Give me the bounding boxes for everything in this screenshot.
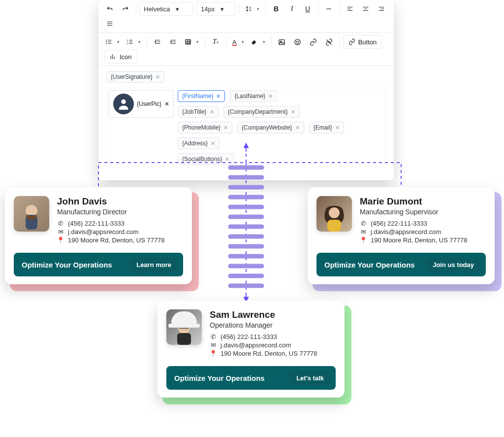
close-icon[interactable]: ✕ bbox=[164, 101, 169, 107]
close-icon[interactable]: ✕ bbox=[335, 125, 340, 131]
emoji-icon[interactable] bbox=[290, 35, 305, 49]
font-family-dropdown[interactable]: Helvetica ▾ bbox=[139, 2, 193, 16]
close-icon[interactable]: ✕ bbox=[216, 93, 220, 100]
font-size-dropdown[interactable]: 14px ▾ bbox=[196, 2, 236, 16]
email-icon: ✉ bbox=[360, 228, 367, 235]
person-name: Marie Dumont bbox=[360, 196, 468, 207]
chart-icon bbox=[110, 53, 117, 60]
token-last-name[interactable]: {LastName} ✕ bbox=[230, 90, 277, 102]
close-icon[interactable]: ✕ bbox=[223, 125, 228, 131]
insert-icon-button[interactable]: Icon bbox=[104, 50, 137, 64]
svg-point-2 bbox=[106, 43, 107, 44]
insert-button-label: Button bbox=[358, 38, 377, 46]
token-company-department[interactable]: {CompanyDepartment}✕ bbox=[223, 106, 300, 118]
phone-icon: ✆ bbox=[210, 333, 217, 340]
text-color-button[interactable]: A ▾ bbox=[229, 35, 247, 49]
token-phone-mobile[interactable]: {PhoneMobile}✕ bbox=[178, 122, 232, 134]
separator bbox=[147, 37, 147, 47]
italic-icon[interactable]: I bbox=[284, 2, 299, 16]
cta-banner: Optimize Your Operations Let's talk bbox=[166, 366, 336, 390]
signature-card-john: John Davis Manufacturing Director ✆(456)… bbox=[5, 187, 192, 284]
outdent-icon[interactable] bbox=[150, 35, 165, 49]
toolbar-row-1: Helvetica ▾ 14px ▾ ▾ B I U bbox=[98, 0, 394, 33]
token-label: {LastName} bbox=[234, 93, 265, 100]
token-label: {JobTitle} bbox=[182, 108, 207, 115]
separator bbox=[271, 37, 272, 47]
font-family-value: Helvetica bbox=[144, 5, 170, 13]
token-label: {PhoneMobile} bbox=[182, 124, 220, 131]
token-company-website[interactable]: {CompanyWebsite}✕ bbox=[237, 122, 304, 134]
token-label: {UserSignature} bbox=[111, 73, 153, 80]
person-phone: (456) 222-111-3333 bbox=[220, 333, 277, 340]
insert-icon-label: Icon bbox=[120, 53, 132, 61]
token-label: {Email} bbox=[314, 124, 332, 131]
close-icon[interactable]: ✕ bbox=[268, 93, 273, 100]
token-social-buttons[interactable]: {SocialButtons}✕ bbox=[178, 153, 234, 165]
avatar bbox=[14, 196, 49, 232]
cta-banner: Optimize Your Operations Learn more bbox=[14, 253, 183, 276]
cta-button[interactable]: Join us today bbox=[425, 257, 482, 272]
cta-button[interactable]: Learn more bbox=[128, 257, 179, 272]
separator bbox=[136, 4, 136, 14]
close-icon[interactable]: ✕ bbox=[225, 156, 229, 163]
signature-card: Marie Dumont Manufacturing Supervisor ✆(… bbox=[308, 187, 495, 284]
indent-icon[interactable] bbox=[166, 35, 181, 49]
cta-text: Optimize Your Operations bbox=[324, 261, 415, 269]
svg-point-1 bbox=[106, 41, 107, 42]
highlight-color-button[interactable]: ▾ bbox=[248, 35, 268, 49]
close-icon[interactable]: ✕ bbox=[210, 109, 214, 115]
close-icon[interactable]: ✕ bbox=[211, 140, 215, 147]
cta-button[interactable]: Let's talk bbox=[288, 370, 332, 386]
person-info: Sam Lawrence Operations Manager ✆(456) 2… bbox=[210, 309, 317, 358]
token-user-signature[interactable]: {UserSignature} ✕ bbox=[106, 71, 164, 83]
underline-icon[interactable]: U bbox=[300, 2, 315, 16]
insert-button-button[interactable]: Button bbox=[343, 35, 382, 49]
token-first-name[interactable]: {FirstName} ✕ bbox=[178, 90, 225, 102]
svg-text:3: 3 bbox=[127, 42, 128, 45]
align-center-icon[interactable] bbox=[358, 2, 373, 16]
bold-icon[interactable]: B bbox=[269, 2, 284, 16]
separator bbox=[226, 37, 226, 47]
editor-toolbar: Helvetica ▾ 14px ▾ ▾ B I U bbox=[98, 0, 394, 66]
ordered-list-button[interactable]: 123 ▾ bbox=[124, 35, 144, 49]
table-button[interactable]: ▾ bbox=[182, 35, 202, 49]
separator bbox=[265, 4, 266, 14]
location-icon: 📍 bbox=[210, 350, 217, 357]
token-label: {FirstName} bbox=[182, 93, 213, 100]
close-icon[interactable]: ✕ bbox=[156, 74, 160, 80]
chevron-down-icon: ▾ bbox=[257, 6, 259, 11]
phone-icon: ✆ bbox=[57, 220, 64, 227]
token-email[interactable]: {Email}✕ bbox=[309, 122, 344, 134]
person-email: j.davis@appsrecord.com bbox=[220, 341, 291, 349]
chevron-down-icon: ▾ bbox=[117, 39, 120, 44]
svg-point-12 bbox=[121, 100, 126, 104]
align-left-icon[interactable] bbox=[343, 2, 357, 16]
svg-rect-6 bbox=[186, 39, 191, 44]
image-icon[interactable] bbox=[275, 35, 289, 49]
token-user-pic[interactable]: {UserPic} ✕ bbox=[109, 90, 174, 118]
person-email: j.davis@appsrecord.com bbox=[68, 228, 138, 235]
unlink-icon[interactable] bbox=[322, 35, 337, 49]
link-icon[interactable] bbox=[306, 35, 321, 49]
cta-text: Optimize Your Operations bbox=[22, 261, 112, 269]
undo-icon[interactable] bbox=[102, 2, 117, 16]
redo-icon[interactable] bbox=[118, 2, 133, 16]
svg-point-28 bbox=[329, 207, 340, 218]
token-label: {SocialButtons} bbox=[182, 156, 222, 163]
person-address: 190 Moore Rd, Denton, US 77778 bbox=[220, 350, 317, 357]
align-justify-icon[interactable] bbox=[102, 17, 117, 31]
close-icon[interactable]: ✕ bbox=[295, 125, 300, 131]
token-address[interactable]: {Address}✕ bbox=[178, 137, 220, 149]
signature-template-editor: Helvetica ▾ 14px ▾ ▾ B I U bbox=[98, 0, 394, 180]
align-right-icon[interactable] bbox=[374, 2, 389, 16]
horizontal-rule-icon[interactable] bbox=[321, 2, 336, 16]
email-icon: ✉ bbox=[210, 341, 217, 349]
editor-canvas[interactable]: {UserSignature} ✕ {UserPic} ✕ {FirstName… bbox=[98, 66, 394, 180]
chevron-down-icon: ▾ bbox=[242, 39, 244, 44]
clear-format-icon[interactable]: Tx bbox=[208, 35, 223, 49]
line-height-button[interactable]: ▾ bbox=[242, 2, 262, 16]
svg-rect-31 bbox=[177, 333, 191, 345]
token-job-title[interactable]: {JobTitle}✕ bbox=[178, 106, 219, 118]
unordered-list-button[interactable]: ▾ bbox=[102, 35, 123, 49]
close-icon[interactable]: ✕ bbox=[291, 109, 295, 115]
